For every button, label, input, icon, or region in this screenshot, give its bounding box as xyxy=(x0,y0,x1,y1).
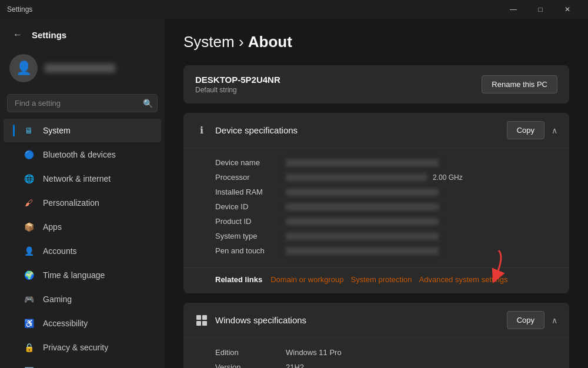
section-header-left: Windows specifications xyxy=(195,314,306,327)
page-title: System › About xyxy=(183,33,569,51)
apps-icon: 📦 xyxy=(23,221,35,233)
search-icon-button[interactable]: 🔍 xyxy=(143,99,153,108)
windows-spec-rows: Edition Windows 11 Pro Version 21H2 Inst… xyxy=(183,338,569,368)
breadcrumb-parent: System xyxy=(183,33,235,51)
spec-value: 21H2 xyxy=(286,363,304,368)
device-spec-rows: Device name Processor 2.00 GHz Installed… xyxy=(183,148,569,267)
domain-workgroup-link[interactable]: Domain or workgroup xyxy=(270,275,343,284)
sidebar-item-accounts[interactable]: 👤 Accounts xyxy=(4,239,161,263)
accessibility-icon: ♿ xyxy=(23,317,35,329)
spec-value-blurred xyxy=(286,247,439,255)
sidebar-item-label: Bluetooth & devices xyxy=(43,150,116,159)
search-input[interactable] xyxy=(7,94,158,112)
sidebar: ← Settings 👤 🔍 🖥 System 🔵 Bluetooth & de… xyxy=(0,19,165,368)
accounts-icon: 👤 xyxy=(23,245,35,257)
main-panel: System › About DESKTOP-5P2U4NR Default s… xyxy=(165,19,588,368)
sidebar-app-title: Settings xyxy=(32,30,66,40)
breadcrumb-current: About xyxy=(248,33,292,51)
app-body: ← Settings 👤 🔍 🖥 System 🔵 Bluetooth & de… xyxy=(0,19,588,368)
spec-label: System type xyxy=(215,232,286,240)
sidebar-nav: 🖥 System 🔵 Bluetooth & devices 🌐 Network… xyxy=(0,118,165,368)
sidebar-item-label: Time & language xyxy=(43,270,105,280)
pc-name-info: DESKTOP-5P2U4NR Default string xyxy=(195,75,280,94)
search-box: 🔍 xyxy=(7,94,158,112)
user-section: 👤 xyxy=(0,48,165,92)
sidebar-item-accessibility[interactable]: ♿ Accessibility xyxy=(4,312,161,335)
system-protection-link[interactable]: System protection xyxy=(350,275,412,284)
sidebar-item-bluetooth[interactable]: 🔵 Bluetooth & devices xyxy=(4,143,161,166)
spec-value-blurred xyxy=(286,189,439,196)
spec-row-version: Version 21H2 xyxy=(215,360,557,368)
pc-name: DESKTOP-5P2U4NR xyxy=(195,75,280,85)
device-specs-chevron[interactable]: ∧ xyxy=(552,126,557,135)
spec-label: Device name xyxy=(215,158,286,167)
sidebar-item-privacy[interactable]: 🔒 Privacy & security xyxy=(4,336,161,359)
active-indicator xyxy=(13,125,15,136)
sidebar-item-label: Personalization xyxy=(43,198,99,208)
spec-value-blurred xyxy=(286,159,439,166)
spec-value: Windows 11 Pro xyxy=(286,348,342,357)
sidebar-item-label: Network & internet xyxy=(43,174,111,183)
windows-icon xyxy=(195,314,208,327)
info-icon: ℹ xyxy=(195,124,208,137)
pc-name-card: DESKTOP-5P2U4NR Default string Rename th… xyxy=(183,65,569,103)
spec-suffix: 2.00 GHz xyxy=(433,173,463,182)
titlebar: Settings — □ ✕ xyxy=(0,0,588,19)
windows-specs-chevron[interactable]: ∧ xyxy=(552,316,557,325)
sidebar-item-label: Accessibility xyxy=(43,319,88,328)
related-links: Related links Domain or workgroup System… xyxy=(183,267,569,293)
bluetooth-icon: 🔵 xyxy=(23,149,35,160)
minimize-button[interactable]: — xyxy=(500,0,527,19)
windows-specs-title: Windows specifications xyxy=(215,315,306,325)
avatar: 👤 xyxy=(9,54,38,82)
spec-label: Product ID xyxy=(215,217,286,226)
sidebar-item-label: System xyxy=(43,126,71,135)
pc-subtext: Default string xyxy=(195,86,280,94)
spec-label: Edition xyxy=(215,348,286,357)
spec-row-edition: Edition Windows 11 Pro xyxy=(215,345,557,360)
windows-logo xyxy=(196,315,207,326)
section-header-right: Copy ∧ xyxy=(507,121,557,139)
spec-label: Device ID xyxy=(215,202,286,211)
sidebar-item-label: Accounts xyxy=(43,246,77,256)
system-icon: 🖥 xyxy=(23,125,35,136)
close-button[interactable]: ✕ xyxy=(554,0,581,19)
spec-value-blurred xyxy=(286,218,439,225)
spec-label: Processor xyxy=(215,173,286,182)
back-button[interactable]: ← xyxy=(9,27,26,42)
page-header: System › About xyxy=(183,33,569,51)
spec-label: Version xyxy=(215,363,286,368)
spec-value-blurred xyxy=(286,174,427,181)
sidebar-item-time[interactable]: 🌍 Time & language xyxy=(4,263,161,287)
spec-label: Installed RAM xyxy=(215,188,286,196)
titlebar-controls: — □ ✕ xyxy=(500,0,581,19)
section-header-right: Copy ∧ xyxy=(507,311,557,329)
sidebar-item-network[interactable]: 🌐 Network & internet xyxy=(4,167,161,190)
spec-row-device-name: Device name xyxy=(215,155,557,170)
sidebar-item-label: Apps xyxy=(43,222,62,232)
time-icon: 🌍 xyxy=(23,269,35,281)
titlebar-title: Settings xyxy=(7,5,32,14)
maximize-button[interactable]: □ xyxy=(527,0,554,19)
sidebar-item-apps[interactable]: 📦 Apps xyxy=(4,215,161,239)
network-icon: 🌐 xyxy=(23,173,35,185)
sidebar-item-label: Gaming xyxy=(43,295,72,304)
windows-specs-copy-button[interactable]: Copy xyxy=(507,311,544,329)
sidebar-header: ← Settings xyxy=(0,19,165,48)
advanced-system-settings-link[interactable]: Advanced system settings xyxy=(419,275,508,284)
device-specs-copy-button[interactable]: Copy xyxy=(507,121,544,139)
spec-row-pen-touch: Pen and touch xyxy=(215,243,557,258)
spec-value-blurred xyxy=(286,203,439,210)
spec-row-product-id: Product ID xyxy=(215,214,557,229)
sidebar-item-system[interactable]: 🖥 System xyxy=(4,119,161,142)
device-specs-card: ℹ Device specifications Copy ∧ Device na… xyxy=(183,113,569,293)
sidebar-item-personalization[interactable]: 🖌 Personalization xyxy=(4,191,161,215)
privacy-icon: 🔒 xyxy=(23,342,35,353)
windows-specs-header: Windows specifications Copy ∧ xyxy=(183,303,569,338)
rename-pc-button[interactable]: Rename this PC xyxy=(482,75,557,93)
sidebar-item-update[interactable]: 🔄 Windows Update xyxy=(4,360,161,368)
sidebar-item-gaming[interactable]: 🎮 Gaming xyxy=(4,287,161,311)
user-name xyxy=(45,64,115,72)
sidebar-item-label: Privacy & security xyxy=(43,343,108,352)
related-links-label: Related links xyxy=(215,275,262,284)
